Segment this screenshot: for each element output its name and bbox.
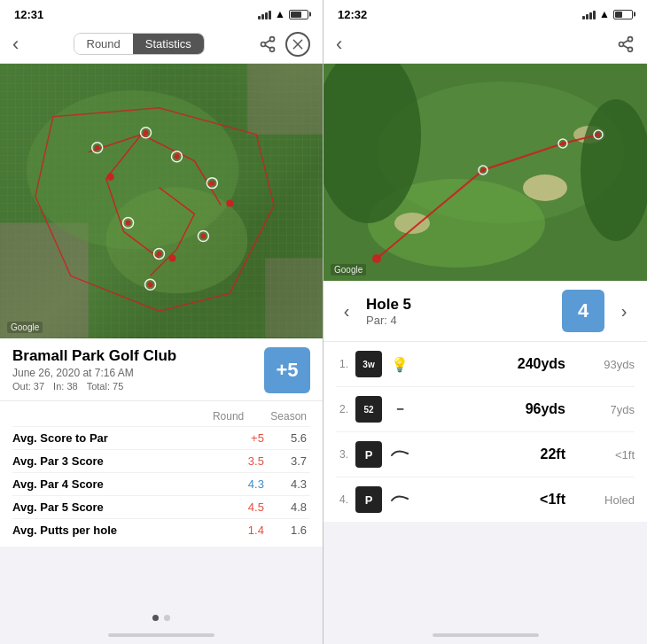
svg-point-32 [628,36,633,41]
stat-round-2: 3.5 [248,454,264,468]
score-badge: +5 [264,347,310,393]
stat-label-3: Avg. Par 4 Score [12,477,104,491]
club-badge-3: P [355,441,382,468]
shot-num-4: 4. [336,493,348,506]
wifi-icon-right: ▲ [599,8,610,20]
shot-distance-4: <1ft [417,492,583,508]
svg-point-29 [226,200,233,207]
stats-header: Round Season [12,407,307,426]
shot-distance-3: 22ft [417,446,583,462]
google-label-right: Google [331,264,366,275]
stat-season-2: 3.7 [291,454,307,468]
back-button-right[interactable]: ‹ [336,33,342,56]
stat-season-4: 4.8 [291,500,307,514]
stat-row-3: Avg. Par 4 Score 4.3 4.3 [12,472,310,495]
svg-rect-10 [265,258,323,338]
tab-round[interactable]: Round [74,34,133,54]
shots-container: 1. 3w 💡 240yds 93yds 2. 52 ━ 96yds 7yds … [324,342,647,522]
shot-row-4: 4. P <1ft Holed [336,477,635,522]
stat-values-4: 4.5 4.8 [248,500,307,514]
stat-values-1: +5 5.6 [251,431,307,445]
svg-line-35 [623,45,628,48]
nav-bar-left: ‹ Round Statistics [0,25,323,64]
svg-point-12 [106,188,248,294]
stat-row-2: Avg. Par 3 Score 3.5 3.7 [12,449,310,472]
left-phone: 12:31 ▲ ‹ Round Statistics [0,0,324,644]
stat-season-1: 5.6 [291,431,307,445]
nav-actions-left [259,32,310,57]
svg-point-2 [270,47,275,51]
course-map-right [324,64,647,281]
stat-values-3: 4.3 4.3 [248,477,307,491]
nav-bar-right: ‹ [324,25,647,64]
shot-remain-4: Holed [590,493,635,507]
stat-values-5: 1.4 1.6 [248,524,307,537]
shot-icon-3 [389,446,410,462]
tab-control: Round Statistics [74,33,205,55]
share-icon-left[interactable] [259,35,277,53]
page-dots [0,601,323,628]
stat-round-5: 1.4 [248,524,264,537]
shot-distance-1: 240yds [417,356,583,372]
stat-season-3: 4.3 [291,477,307,491]
svg-point-14 [95,145,100,151]
shot-row-3: 3. P 22ft <1ft [336,432,635,477]
stat-label-1: Avg. Score to Par [12,431,108,445]
stat-round-1: +5 [251,431,264,445]
shot-remain-2: 7yds [590,403,635,416]
right-phone: 12:32 ▲ ‹ [324,0,647,644]
svg-rect-8 [0,223,89,338]
club-badge-2: 52 [355,396,382,423]
tab-statistics[interactable]: Statistics [133,34,204,54]
back-button-left[interactable]: ‹ [12,33,19,56]
status-icons-right: ▲ [582,8,633,20]
svg-point-40 [523,175,567,201]
home-indicator-left [108,633,214,637]
shot-remain-3: <1ft [590,448,635,462]
hole-info: Hole 5 Par: 4 [357,296,562,327]
svg-point-28 [148,282,153,287]
stat-round-3: 4.3 [248,477,264,491]
stats-table: Round Season Avg. Score to Par +5 5.6 Av… [0,401,323,547]
stat-round-4: 4.5 [248,500,264,514]
share-icon-right[interactable] [617,35,635,53]
svg-point-22 [126,221,131,226]
battery-icon-right [613,10,633,19]
home-indicator-right [433,633,539,637]
google-label-left: Google [7,322,43,333]
club-badge-4: P [355,486,382,513]
svg-line-36 [623,40,628,43]
svg-point-49 [561,142,565,146]
dot-1 [152,615,159,621]
svg-line-3 [265,45,270,48]
next-hole-button[interactable]: › [613,301,635,322]
shot-num-1: 1. [336,358,348,370]
svg-point-24 [157,251,162,256]
shot-num-3: 3. [336,448,348,461]
club-name: Bramall Park Golf Club [12,347,176,365]
svg-point-0 [270,36,275,41]
prev-hole-button[interactable]: ‹ [336,301,357,322]
hole-number-badge: 4 [562,290,604,332]
svg-point-1 [261,42,266,46]
time-right: 12:32 [338,8,367,21]
course-paths-left [0,64,323,338]
round-date: June 26, 2020 at 7:16 AM [12,367,176,379]
col-season-header: Season [270,410,307,423]
svg-point-30 [107,174,114,181]
svg-point-41 [394,213,430,234]
svg-point-45 [372,254,381,263]
svg-point-51 [596,133,601,137]
shot-distance-2: 96yds [417,401,583,417]
hole-name: Hole 5 [366,296,553,314]
shot-num-2: 2. [336,403,348,415]
signal-icon-right [582,10,596,19]
svg-rect-9 [247,64,323,135]
stat-row-1: Avg. Score to Par +5 5.6 [12,426,310,449]
svg-point-20 [209,181,214,186]
hole-par: Par: 4 [366,314,553,327]
no-icon-left[interactable] [285,32,310,57]
round-scores: Out: 37 In: 38 Total: 75 [12,381,176,392]
signal-icon-left [258,10,271,19]
club-badge-1: 3w [355,351,382,377]
